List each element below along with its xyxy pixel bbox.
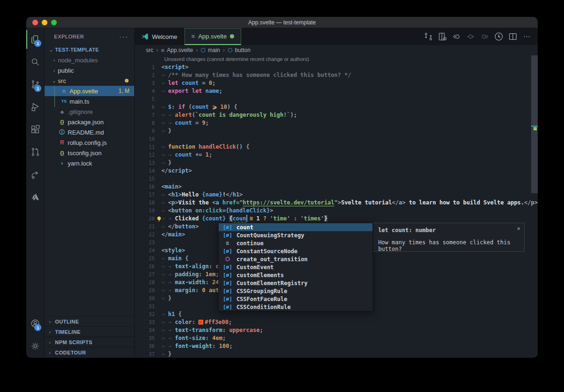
code-line-36[interactable]: 36→ → font-weight: 100; — [135, 342, 538, 350]
code-line-2[interactable]: 2→ /** How many times has someone clicke… — [135, 71, 538, 79]
tree-item-node-modules[interactable]: ›node_modules — [45, 55, 134, 65]
tree-item-yarn-lock[interactable]: ◗yarn.lock — [45, 158, 134, 168]
suggestion-countqueuingstrategy[interactable]: [ø]CountQueuingStrategy — [219, 231, 373, 239]
panel-header-npm-scripts[interactable]: ›NPM SCRIPTS — [45, 337, 134, 347]
code-line-10[interactable]: 10 — [135, 135, 538, 143]
suggestion-create_out_transition[interactable]: ⬡create_out_transition — [219, 255, 373, 263]
activity-settings[interactable] — [26, 335, 44, 357]
close-window-button[interactable] — [32, 20, 38, 25]
breadcrumb-item-app-svelte[interactable]: ≡App.svelte — [161, 47, 193, 54]
tree-item-main-ts[interactable]: TSmain.ts — [45, 96, 134, 106]
activity-extensions[interactable] — [26, 118, 44, 141]
tree-item-package-json[interactable]: {}package.json — [45, 117, 134, 127]
code-line-17[interactable]: 17→ <h1>Hello {name}!</h1> — [135, 191, 538, 199]
minimize-window-button[interactable] — [42, 20, 47, 25]
code-line-32[interactable]: 32→ h1 { — [135, 310, 538, 318]
activity-accounts[interactable]: 1 — [26, 312, 44, 335]
suggestion-customevent[interactable]: [ø]CustomEvent — [219, 263, 373, 271]
code-line-5[interactable]: 5 — [135, 95, 538, 103]
gitlens-overview-button[interactable] — [493, 30, 505, 43]
code-line-37[interactable]: 37→ } — [135, 350, 538, 357]
panel-header-outline[interactable]: ›OUTLINE — [45, 316, 134, 326]
code-line-35[interactable]: 35→ → font-size: 4em; — [135, 334, 538, 342]
tree-item-readme-md[interactable]: ⓘREADME.md — [45, 127, 134, 137]
lightbulb-icon[interactable] — [156, 216, 162, 222]
tree-item-tsconfig-json[interactable]: {}tsconfig.json — [45, 148, 134, 158]
tree-item-src[interactable]: ⌄src — [45, 75, 134, 86]
code-line-14[interactable]: 14</script> — [135, 167, 538, 175]
code-line-6[interactable]: 6→ $: if (count ⩾ 10) { — [135, 103, 538, 111]
suggestion-cssconditionrule[interactable]: [ø]CSSConditionRule — [219, 303, 373, 311]
panel-header-timeline[interactable]: ›TIMELINE — [45, 326, 134, 337]
code-editor[interactable]: Unsaved changes (cannot determine recent… — [135, 55, 538, 357]
code-line-34[interactable]: 34→ → text-transform: uppercase; — [135, 326, 538, 334]
activity-source-control[interactable]: 1 — [26, 73, 44, 96]
tree-root-folder[interactable]: ⌄ TEST-TEMPLATE — [45, 45, 134, 55]
code-line-7[interactable]: 7→ → alert(`count is dangerously high!`)… — [135, 111, 538, 119]
tree-item--gitignore[interactable]: ◆.gitignore — [45, 106, 134, 117]
breadcrumb-item-main[interactable]: ⬡main — [201, 47, 221, 53]
symbol-variable-icon: [ø] — [221, 264, 234, 270]
chevron-right-icon: › — [50, 68, 58, 73]
activity-explorer[interactable]: 1 — [26, 28, 44, 51]
prev-change-icon — [451, 31, 462, 42]
activity-github-pull-requests[interactable] — [26, 141, 44, 163]
activity-azure[interactable] — [26, 186, 44, 208]
tree-item-public[interactable]: ›public — [45, 65, 134, 75]
next-change-button[interactable] — [479, 30, 491, 43]
code-line-9[interactable]: 9→ } — [135, 127, 538, 135]
code-line-16[interactable]: 16<main> — [135, 183, 538, 191]
split-editor-button[interactable] — [507, 30, 519, 43]
current-change-button[interactable] — [465, 30, 477, 43]
line-number: 37 — [135, 350, 161, 357]
code-line-15[interactable]: 15 — [135, 175, 538, 183]
title-bar[interactable]: App.svelte — test-template — [26, 17, 538, 28]
activity-run-debug[interactable] — [26, 96, 44, 118]
code-line-20[interactable]: 20→ → Clicked {count} {coun ≡ 1 ? 'time'… — [135, 215, 538, 223]
tab-app-svelte[interactable]: ≡App.svelte — [184, 28, 241, 45]
suggestion-cssgroupingrule[interactable]: [ø]CSSGroupingRule — [219, 287, 373, 295]
code-line-8[interactable]: 8→ → count = 9; — [135, 119, 538, 127]
gitlens-compare-button[interactable] — [422, 30, 434, 43]
previous-change-button[interactable] — [450, 30, 463, 43]
code-line-1[interactable]: 1<script> — [135, 63, 538, 71]
suggestion-customelements[interactable]: [ø]customElements — [219, 271, 373, 279]
code-line-11[interactable]: 11→ function handleClick() { — [135, 143, 538, 151]
activity-search[interactable] — [26, 51, 44, 73]
open-changes-button[interactable] — [436, 30, 449, 43]
breadcrumb-item-src[interactable]: src — [146, 47, 153, 53]
editor-actions: ⋯ — [422, 28, 538, 45]
code-line-13[interactable]: 13→ } — [135, 159, 538, 167]
git-file-icon: ◆ — [58, 109, 66, 114]
code-line-4[interactable]: 4→ export let name; — [135, 87, 538, 95]
code-line-33[interactable]: 33→ → color: #ff3e00; — [135, 318, 538, 326]
line-content: → → margin: 0 auto; — [161, 286, 226, 294]
suggestion-count[interactable]: [ø]count — [219, 223, 373, 231]
breadcrumb-separator: › — [196, 47, 198, 53]
suggestion-cssfontfacerule[interactable]: [ø]CSSFontFaceRule — [219, 295, 373, 303]
line-content: → let count = 0; — [161, 79, 216, 87]
suggestion-constantsourcenode[interactable]: [ø]ConstantSourceNode — [219, 247, 373, 255]
tab-label: App.svelte — [198, 33, 227, 40]
sidebar-more-actions-button[interactable]: ··· — [119, 33, 129, 40]
panel-header-codetour[interactable]: ›CODETOUR — [45, 347, 134, 357]
tree-item-app-svelte[interactable]: ≡App.svelte1, M — [45, 86, 134, 96]
codelens-annotation[interactable]: Unsaved changes (cannot determine recent… — [135, 55, 538, 63]
activity-live-share[interactable] — [26, 163, 44, 186]
code-line-18[interactable]: 18→ <p>Visit the <a href="https://svelte… — [135, 199, 538, 207]
editor-scrollbar[interactable] — [531, 55, 538, 193]
tree-item-rollup-config-js[interactable]: Rrollup.config.js — [45, 137, 134, 148]
code-line-12[interactable]: 12→ → count += 1; — [135, 151, 538, 159]
file-label: tsconfig.json — [68, 150, 101, 157]
code-line-3[interactable]: 3→ let count = 0; — [135, 79, 538, 87]
more-actions-button[interactable]: ⋯ — [521, 30, 533, 43]
code-line-19[interactable]: 19→ <button on:click={handleClick}> — [135, 207, 538, 215]
tab-welcome[interactable]: Welcome — [135, 28, 184, 45]
zoom-window-button[interactable] — [51, 20, 57, 25]
suggestion-continue[interactable]: ≡continue — [219, 239, 373, 247]
breadcrumb-item-button[interactable]: ⬡button — [228, 47, 251, 53]
suggestion-label: CSSGroupingRule — [236, 288, 287, 294]
suggestion-customelementregistry[interactable]: [ø]CustomElementRegistry — [219, 279, 373, 287]
close-icon[interactable]: ✕ — [517, 225, 520, 232]
line-number: 8 — [135, 119, 161, 127]
